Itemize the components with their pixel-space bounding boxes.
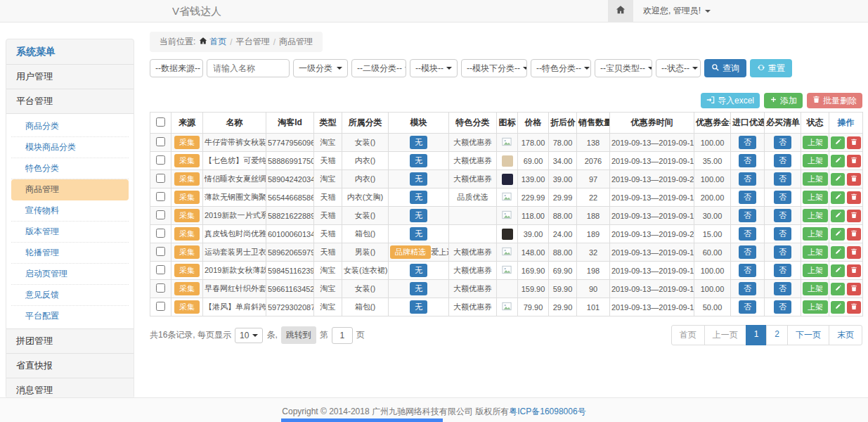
sidebar-sub-item[interactable]: 特色分类 (11, 158, 129, 179)
sidebar-group-item[interactable]: 平台管理 (6, 89, 134, 113)
module-badge[interactable]: 品牌精选 (390, 245, 431, 259)
sidebar-sub-item[interactable]: 商品分类 (11, 116, 129, 137)
import-toggle-badge[interactable]: 否 (739, 282, 756, 295)
module-select[interactable]: --模块-- (410, 59, 458, 77)
import-toggle-badge[interactable]: 否 (739, 191, 756, 204)
data-source-select[interactable]: --数据来源-- (150, 59, 203, 77)
level2-category-select[interactable]: --二级分类-- (351, 59, 406, 77)
delete-button[interactable] (847, 246, 861, 259)
import-toggle-badge[interactable]: 否 (739, 264, 756, 277)
status-badge[interactable]: 上架 (803, 282, 828, 295)
feature-category-select[interactable]: --特色分类-- (531, 59, 591, 77)
row-checkbox[interactable] (156, 155, 165, 165)
module-badge[interactable]: 无 (410, 264, 427, 277)
home-button[interactable] (608, 0, 633, 22)
page-button-末页[interactable]: 末页 (829, 325, 862, 345)
delete-button[interactable] (847, 155, 861, 167)
sidebar-sub-item[interactable]: 意见反馈 (11, 285, 129, 306)
status-badge[interactable]: 上架 (803, 245, 828, 259)
import-toggle-badge[interactable]: 否 (739, 172, 756, 186)
sidebar-group-item[interactable]: 省直快报 (6, 353, 134, 378)
status-badge[interactable]: 上架 (803, 300, 828, 314)
delete-button[interactable] (847, 283, 861, 295)
module-badge[interactable]: 无 (410, 136, 427, 149)
jump-button[interactable]: 跳转到 (281, 326, 316, 344)
page-button-首页[interactable]: 首页 (671, 325, 705, 345)
row-checkbox[interactable] (156, 283, 165, 293)
must-buy-toggle-badge[interactable]: 否 (774, 172, 791, 186)
sidebar-sub-item[interactable]: 启动页管理 (11, 264, 129, 285)
status-select[interactable]: --状态-- (656, 59, 701, 77)
import-toggle-badge[interactable]: 否 (739, 227, 756, 241)
edit-button[interactable] (831, 283, 845, 295)
must-buy-toggle-badge[interactable]: 否 (774, 264, 791, 277)
icp-link[interactable]: 粤ICP备16098006号 (509, 407, 585, 416)
import-toggle-badge[interactable]: 否 (739, 154, 756, 167)
row-checkbox[interactable] (156, 210, 165, 219)
select-all-checkbox[interactable] (156, 117, 165, 127)
row-checkbox[interactable] (156, 229, 165, 238)
status-badge[interactable]: 上架 (803, 264, 828, 277)
edit-button[interactable] (831, 228, 845, 241)
page-button-上一页[interactable]: 上一页 (704, 325, 746, 345)
level1-category-select[interactable]: 一级分类 (293, 59, 348, 77)
sidebar-group-item[interactable]: 用户管理 (6, 64, 134, 89)
search-button[interactable]: 查询 (704, 59, 746, 77)
must-buy-toggle-badge[interactable]: 否 (774, 191, 791, 204)
edit-button[interactable] (831, 173, 845, 186)
status-badge[interactable]: 上架 (803, 227, 828, 241)
delete-button[interactable] (847, 136, 861, 149)
delete-button[interactable] (847, 228, 861, 241)
row-checkbox[interactable] (156, 265, 165, 274)
row-checkbox[interactable] (156, 192, 165, 201)
module-badge[interactable]: 无 (410, 300, 427, 314)
row-checkbox[interactable] (156, 247, 165, 256)
sidebar-sub-item[interactable]: 版本管理 (11, 222, 129, 243)
import-excel-button[interactable]: 导入excel (701, 93, 760, 108)
edit-button[interactable] (831, 155, 845, 167)
must-buy-toggle-badge[interactable]: 否 (774, 209, 791, 222)
per-page-select[interactable]: 10 (235, 328, 263, 343)
user-menu[interactable]: 欢迎您, 管理员! (633, 0, 720, 22)
sidebar-sub-item[interactable]: 宣传物料 (11, 200, 129, 222)
delete-button[interactable] (847, 264, 861, 277)
sidebar-sub-item[interactable]: 平台配置 (11, 306, 129, 326)
sidebar-sub-item[interactable]: 轮播管理 (11, 243, 129, 264)
row-checkbox[interactable] (156, 137, 165, 146)
module-badge[interactable]: 无 (410, 282, 427, 295)
edit-button[interactable] (831, 136, 845, 149)
page-button-2[interactable]: 2 (766, 325, 788, 345)
delete-button[interactable] (847, 191, 861, 204)
delete-button[interactable] (847, 210, 861, 222)
sidebar-group-item[interactable]: 消息管理 (6, 378, 134, 399)
edit-button[interactable] (831, 210, 845, 222)
module-badge[interactable]: 无 (410, 154, 427, 167)
must-buy-toggle-badge[interactable]: 否 (774, 154, 791, 167)
add-button[interactable]: 添加 (764, 93, 803, 108)
module-badge[interactable]: 无 (410, 172, 427, 186)
must-buy-toggle-badge[interactable]: 否 (774, 136, 791, 149)
sidebar-sub-item-active[interactable]: 商品管理 (11, 179, 129, 200)
delete-button[interactable] (847, 301, 861, 314)
reset-button[interactable]: 重置 (750, 59, 792, 77)
row-checkbox[interactable] (156, 174, 165, 183)
sidebar-sub-item[interactable]: 模块商品分类 (11, 137, 129, 158)
row-checkbox[interactable] (156, 302, 165, 311)
status-badge[interactable]: 上架 (803, 172, 828, 186)
page-number-input[interactable] (332, 327, 353, 344)
breadcrumb-home-link[interactable]: 首页 (199, 36, 226, 48)
must-buy-toggle-badge[interactable]: 否 (774, 282, 791, 295)
batch-delete-button[interactable]: 批量删除 (807, 93, 862, 108)
sidebar-group-item[interactable]: 拼团管理 (6, 328, 134, 353)
must-buy-toggle-badge[interactable]: 否 (774, 300, 791, 314)
must-buy-toggle-badge[interactable]: 否 (774, 227, 791, 241)
module-badge[interactable]: 无 (410, 191, 427, 204)
status-badge[interactable]: 上架 (803, 136, 828, 149)
page-button-1[interactable]: 1 (746, 325, 767, 345)
status-badge[interactable]: 上架 (803, 209, 828, 222)
name-input[interactable] (207, 59, 290, 77)
item-type-select[interactable]: --宝贝类型-- (595, 59, 652, 77)
must-buy-toggle-badge[interactable]: 否 (774, 245, 791, 259)
import-toggle-badge[interactable]: 否 (739, 136, 756, 149)
edit-button[interactable] (831, 246, 845, 259)
